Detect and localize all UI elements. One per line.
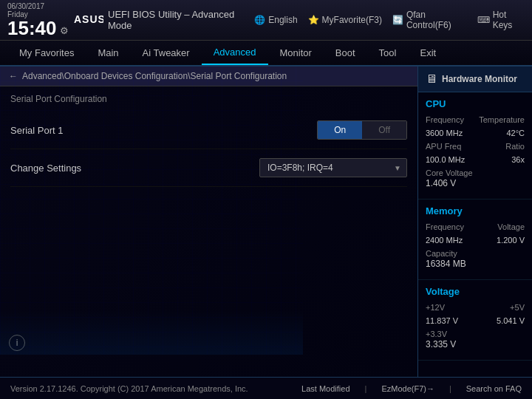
- time-display: 15:40: [7, 18, 57, 38]
- back-arrow-icon[interactable]: ←: [9, 71, 18, 81]
- hardware-monitor-panel: 🖥 Hardware Monitor CPU Frequency Tempera…: [417, 66, 532, 377]
- language-icon: 🌐: [254, 15, 265, 25]
- datetime-area: 06/30/2017 Friday 15:40 ⚙: [7, 0, 69, 40]
- nav-monitor[interactable]: Monitor: [268, 41, 324, 65]
- left-panel: ← Advanced\Onboard Devices Configuration…: [0, 66, 417, 377]
- mem-voltage-value: 1.200 V: [497, 236, 525, 245]
- memory-section-title: Memory: [426, 205, 525, 216]
- asus-logo-svg: ASUS: [74, 13, 103, 25]
- mem-freq-row: Frequency Voltage: [426, 222, 525, 231]
- nav-ai-tweaker[interactable]: Ai Tweaker: [131, 41, 202, 65]
- keyboard-icon: ⌨: [477, 15, 490, 25]
- change-settings-control: IO=3F8h; IRQ=4 IO=2F8h; IRQ=3 IO=3E8h; I…: [259, 158, 407, 177]
- voltage-section: Voltage +12V +5V 11.837 V 5.041 V +3.3V …: [418, 280, 532, 361]
- status-bar-actions: Last Modified | EzMode(F7)→ | Search on …: [301, 384, 522, 393]
- settings-dropdown-wrapper: IO=3F8h; IRQ=4 IO=2F8h; IRQ=3 IO=3E8h; I…: [259, 158, 407, 177]
- change-settings-row: Change Settings IO=3F8h; IRQ=4 IO=2F8h; …: [10, 149, 407, 187]
- language-selector[interactable]: 🌐 English: [254, 15, 297, 25]
- last-modified-button[interactable]: Last Modified: [301, 384, 349, 393]
- hotkeys-button[interactable]: ⌨ Hot Keys: [477, 10, 525, 30]
- v33-section: +3.3V 3.335 V: [426, 330, 525, 349]
- main-content: ← Advanced\Onboard Devices Configuration…: [0, 66, 532, 377]
- ratio-label: Ratio: [505, 142, 525, 151]
- change-settings-label: Change Settings: [10, 163, 158, 174]
- nav-my-favorites[interactable]: My Favorites: [7, 41, 86, 65]
- bios-title: UEFI BIOS Utility – Advanced Mode: [108, 9, 254, 31]
- core-voltage-label: Core Voltage: [426, 168, 525, 177]
- hw-monitor-title: Hardware Monitor: [442, 74, 517, 84]
- nav-advanced[interactable]: Advanced: [202, 41, 268, 65]
- v12-value: 11.837 V: [426, 316, 458, 325]
- voltage-section-title: Voltage: [426, 286, 525, 297]
- on-off-toggle[interactable]: On Off: [317, 120, 407, 140]
- bg-decoration: [0, 310, 303, 355]
- mem-freq-value: 2400 MHz: [426, 236, 463, 245]
- cpu-temp-label: Temperature: [479, 115, 525, 124]
- settings-gear-icon[interactable]: ⚙: [60, 25, 69, 36]
- nav-tool[interactable]: Tool: [367, 41, 409, 65]
- v5-value: 5.041 V: [497, 316, 525, 325]
- cpu-apu-val-row: 100.0 MHz 36x: [426, 155, 525, 164]
- breadcrumb-path: Advanced\Onboard Devices Configuration\S…: [22, 71, 287, 81]
- v33-label: +3.3V: [426, 330, 525, 338]
- serial-port-1-label: Serial Port 1: [10, 125, 158, 136]
- settings-dropdown[interactable]: IO=3F8h; IRQ=4 IO=2F8h; IRQ=3 IO=3E8h; I…: [259, 158, 407, 177]
- ez-mode-button[interactable]: EzMode(F7)→: [381, 384, 434, 393]
- section-title: Serial Port Configuration: [0, 86, 417, 109]
- monitor-icon: 🖥: [426, 72, 437, 86]
- cpu-apu-row: APU Freq Ratio: [426, 142, 525, 151]
- header-bar: 06/30/2017 Friday 15:40 ⚙ ASUS UEFI BIOS…: [0, 0, 532, 41]
- navbar: My Favorites Main Ai Tweaker Advanced Mo…: [0, 41, 532, 66]
- apu-freq-value: 100.0 MHz: [426, 155, 465, 164]
- serial-port-1-row: Serial Port 1 On Off: [10, 112, 407, 149]
- mem-freq-val-row: 2400 MHz 1.200 V: [426, 236, 525, 245]
- mem-freq-label: Frequency: [426, 222, 464, 231]
- cpu-section-title: CPU: [426, 98, 525, 109]
- mem-capacity-value: 16384 MB: [426, 259, 525, 269]
- nav-main[interactable]: Main: [86, 41, 130, 65]
- v33-value: 3.335 V: [426, 339, 525, 349]
- mem-voltage-label: Voltage: [497, 222, 525, 231]
- cpu-freq-value: 3600 MHz: [426, 129, 463, 137]
- ratio-value: 36x: [511, 155, 525, 164]
- date-display: 06/30/2017 Friday: [7, 2, 69, 18]
- v12-label: +12V: [426, 303, 445, 312]
- cpu-temp-value: 42°C: [506, 129, 525, 137]
- qfan-control-button[interactable]: 🔄 Qfan Control(F6): [392, 10, 467, 30]
- mem-capacity-section: Capacity 16384 MB: [426, 249, 525, 269]
- cpu-section: CPU Frequency Temperature 3600 MHz 42°C …: [418, 92, 532, 200]
- myfavorites-button[interactable]: ⭐ MyFavorite(F3): [308, 15, 382, 25]
- nav-exit[interactable]: Exit: [408, 41, 448, 65]
- search-faq-button[interactable]: Search on FAQ: [466, 384, 522, 393]
- cpu-freq-val-row: 3600 MHz 42°C: [426, 129, 525, 137]
- v5-label: +5V: [510, 303, 525, 312]
- fan-icon: 🔄: [392, 15, 403, 25]
- hw-monitor-header: 🖥 Hardware Monitor: [418, 66, 532, 92]
- copyright-text: Version 2.17.1246. Copyright (C) 2017 Am…: [10, 384, 248, 393]
- core-voltage-section: Core Voltage 1.406 V: [426, 168, 525, 188]
- cpu-freq-row: Frequency Temperature: [426, 115, 525, 124]
- toggle-on-button[interactable]: On: [318, 121, 362, 139]
- nav-boot[interactable]: Boot: [324, 41, 367, 65]
- mem-capacity-label: Capacity: [426, 249, 525, 258]
- breadcrumb: ← Advanced\Onboard Devices Configuration…: [0, 66, 417, 86]
- serial-port-1-control: On Off: [317, 120, 407, 140]
- status-bar: Version 2.17.1246. Copyright (C) 2017 Am…: [0, 377, 532, 399]
- core-voltage-value: 1.406 V: [426, 178, 525, 188]
- cpu-freq-label: Frequency: [426, 115, 464, 124]
- memory-section: Memory Frequency Voltage 2400 MHz 1.200 …: [418, 200, 532, 280]
- config-table: Serial Port 1 On Off Change Settings IO=…: [0, 109, 417, 190]
- v12-val-row: 11.837 V 5.041 V: [426, 316, 525, 325]
- star-icon: ⭐: [308, 15, 319, 25]
- v12-row: +12V +5V: [426, 303, 525, 312]
- apu-freq-label: APU Freq: [426, 142, 461, 151]
- svg-text:ASUS: ASUS: [74, 13, 103, 25]
- toggle-off-button[interactable]: Off: [362, 121, 406, 139]
- asus-logo: ASUS: [74, 13, 103, 27]
- info-button[interactable]: i: [9, 335, 25, 351]
